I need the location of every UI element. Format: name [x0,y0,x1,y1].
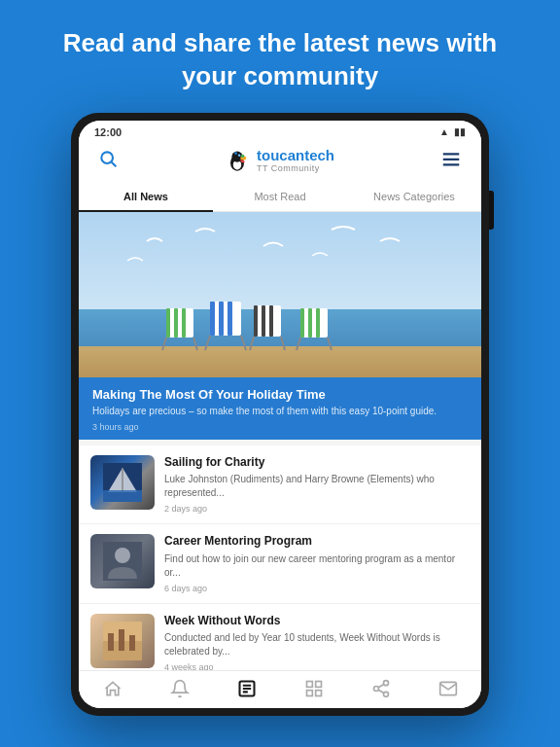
battery-icon: ▮▮ [454,126,466,137]
svg-point-6 [238,155,239,156]
tab-most-read[interactable]: Most Read [213,183,347,212]
logo-subtitle: TT Community [257,164,334,174]
news-item[interactable]: Sailing for Charity Luke Johnston (Rudim… [79,445,481,525]
nav-notifications[interactable] [146,679,213,698]
svg-line-34 [297,338,300,350]
news-item[interactable]: Week Without Words Conducted and led by … [79,604,481,670]
article-thumbnail-2 [90,614,155,668]
svg-rect-19 [210,302,215,336]
nav-messages[interactable] [414,679,481,698]
content-area: Making The Most Of Your Holiday Time Hol… [79,212,481,670]
hero-headline: Read and share the latest news with your… [0,0,560,113]
svg-rect-27 [269,305,273,337]
svg-rect-30 [300,308,328,338]
svg-line-23 [241,336,246,350]
svg-rect-14 [174,308,178,338]
logo-text: toucantech TT Community [257,148,334,173]
svg-rect-32 [308,308,312,338]
svg-rect-26 [262,305,265,337]
app-logo: toucantech TT Community [224,148,334,175]
article-desc-2: Conducted and led by Year 10 students, W… [164,631,470,658]
hero-article-description: Holidays are precious – so make the most… [92,405,468,418]
svg-rect-43 [119,629,124,651]
svg-rect-25 [254,305,258,337]
status-icons: ▲ ▮▮ [439,126,466,137]
tablet-frame: 12:00 ▲ ▮▮ [71,113,489,716]
article-thumbnail-1 [90,534,155,588]
app-header: toucantech TT Community [79,142,481,183]
svg-rect-51 [306,690,312,695]
tab-all-news[interactable]: All News [79,183,213,212]
article-text-2: Week Without Words Conducted and led by … [164,614,470,670]
nav-share[interactable] [347,679,414,698]
svg-rect-42 [108,633,114,651]
svg-line-22 [205,336,210,350]
svg-rect-50 [315,681,321,687]
tabs-bar: All News Most Read News Categories [79,183,481,212]
svg-rect-24 [254,305,281,337]
hero-article-time: 3 hours ago [92,422,468,432]
menu-button[interactable] [440,148,462,174]
nav-news[interactable] [213,679,280,698]
svg-line-17 [193,338,197,350]
svg-point-39 [115,548,130,563]
tab-news-categories[interactable]: News Categories [347,183,481,212]
svg-point-53 [383,680,388,685]
status-bar: 12:00 ▲ ▮▮ [79,121,481,142]
status-time: 12:00 [94,126,122,138]
svg-rect-49 [306,681,312,687]
article-time-0: 2 days ago [164,504,470,514]
svg-rect-31 [300,308,304,338]
svg-rect-13 [166,308,170,338]
svg-rect-33 [316,308,320,338]
article-title-0: Sailing for Charity [164,455,470,471]
svg-point-0 [101,152,113,163]
tablet-screen: 12:00 ▲ ▮▮ [79,121,481,708]
wifi-icon: ▲ [439,126,449,137]
svg-rect-44 [129,635,135,651]
logo-name: toucantech [257,148,334,164]
news-list: Sailing for Charity Luke Johnston (Rudim… [79,445,481,670]
svg-rect-21 [228,302,232,336]
svg-point-55 [383,692,388,696]
svg-point-7 [241,154,245,158]
svg-rect-20 [219,302,224,336]
article-thumbnail-0 [90,455,155,510]
article-time-2: 4 weeks ago [164,662,470,669]
svg-line-1 [112,162,117,167]
svg-rect-12 [166,308,193,338]
article-time-1: 6 days ago [164,584,470,593]
hero-card-overlay: Making The Most Of Your Holiday Time Hol… [79,377,481,440]
article-desc-0: Luke Johnston (Rudiments) and Harry Brow… [164,473,470,500]
svg-line-35 [328,338,332,350]
bottom-navigation [79,670,481,708]
hero-article-card[interactable]: Making The Most Of Your Holiday Time Hol… [79,212,481,440]
article-desc-1: Find out how to join our new career ment… [164,552,470,580]
toucan-icon [224,148,251,175]
beach-chairs-illustration [157,294,370,352]
svg-line-56 [378,690,384,693]
article-title-2: Week Without Words [164,614,470,629]
hero-article-title: Making The Most Of Your Holiday Time [92,387,468,402]
svg-point-8 [234,152,237,155]
svg-rect-37 [103,490,142,502]
svg-rect-15 [182,308,186,338]
svg-line-29 [281,337,285,350]
svg-line-28 [250,337,254,350]
article-title-1: Career Mentoring Program [164,534,470,550]
svg-rect-52 [315,690,321,695]
svg-point-54 [373,686,378,691]
svg-line-16 [162,338,166,350]
svg-line-57 [378,684,384,687]
nav-home[interactable] [79,679,146,698]
news-item[interactable]: Career Mentoring Program Find out how to… [79,524,481,604]
hero-image [79,212,481,377]
article-text-1: Career Mentoring Program Find out how to… [164,534,470,593]
article-text-0: Sailing for Charity Luke Johnston (Rudim… [164,455,470,515]
seagulls-illustration [118,222,429,280]
search-button[interactable] [98,149,118,173]
nav-grid[interactable] [280,679,347,698]
